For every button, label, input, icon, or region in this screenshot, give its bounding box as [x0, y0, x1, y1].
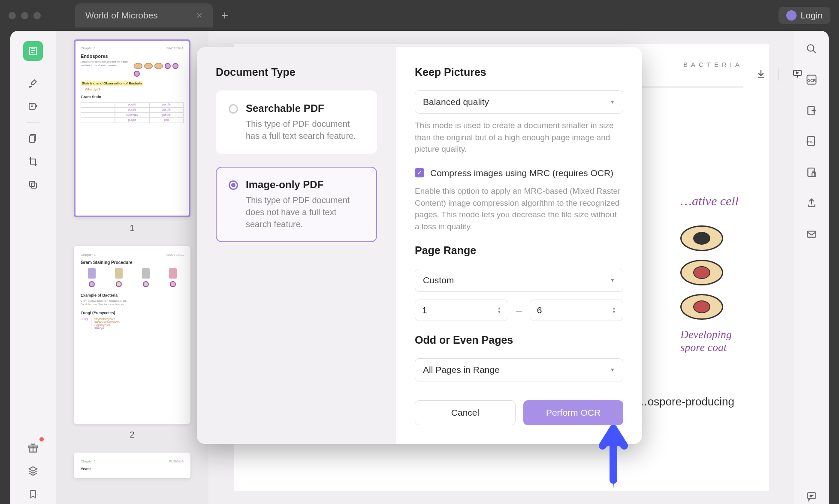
chevron-down-icon: ▼ [610, 277, 615, 283]
range-to-input[interactable]: 6 ▲ ▼ [530, 300, 623, 321]
range-from-input[interactable]: 1 ▲ ▼ [415, 300, 508, 321]
range-type-select[interactable]: Custom ▼ [415, 269, 623, 292]
chevron-down-icon: ▼ [610, 367, 615, 373]
checkbox-label: Compress images using MRC (requires OCR) [430, 167, 613, 179]
select-value: Balanced quality [423, 97, 489, 107]
spinner-value: 6 [537, 305, 542, 315]
odd-even-heading: Odd or Even Pages [415, 334, 623, 346]
instruction-arrow-icon [592, 424, 635, 493]
page-range-inputs: 1 ▲ ▼ – 6 ▲ ▼ [415, 300, 623, 321]
range-separator: – [516, 304, 522, 316]
document-type-heading: Document Type [216, 66, 377, 78]
modal-overlay: Document Type Searchable PDF This type o… [0, 0, 839, 504]
mrc-description: Enable this option to apply an MRC-based… [415, 185, 623, 232]
option-title: Searchable PDF [246, 102, 364, 114]
radio-icon [229, 180, 238, 190]
chevron-down-icon: ▼ [610, 99, 615, 105]
ocr-settings-dialog: Document Type Searchable PDF This type o… [197, 47, 642, 444]
quality-select[interactable]: Balanced quality ▼ [415, 90, 623, 114]
odd-even-select[interactable]: All Pages in Range ▼ [415, 358, 623, 381]
searchable-pdf-option[interactable]: Searchable PDF This type of PDF document… [216, 90, 377, 154]
option-description: This type of PDF document has a full tex… [246, 118, 364, 142]
quality-description: This mode is used to create a document s… [415, 120, 623, 155]
decrement-icon[interactable]: ▼ [497, 310, 501, 314]
radio-icon [229, 104, 238, 114]
select-value: All Pages in Range [423, 365, 500, 375]
modal-button-row: Cancel Perform OCR [415, 400, 623, 425]
option-description: This type of PDF document does not have … [246, 194, 364, 230]
keep-pictures-heading: Keep Pictures [415, 66, 623, 78]
decrement-icon[interactable]: ▼ [612, 310, 616, 314]
option-title: Image-only PDF [246, 179, 364, 191]
cancel-button[interactable]: Cancel [415, 400, 516, 425]
checkbox-icon: ✓ [415, 168, 424, 177]
perform-ocr-button[interactable]: Perform OCR [523, 400, 623, 425]
image-only-pdf-option[interactable]: Image-only PDF This type of PDF document… [216, 167, 377, 242]
page-range-heading: Page Range [415, 244, 623, 257]
spinner-value: 1 [422, 305, 427, 315]
select-value: Custom [423, 275, 454, 285]
modal-left-panel: Document Type Searchable PDF This type o… [197, 47, 396, 444]
mrc-compression-checkbox[interactable]: ✓ Compress images using MRC (requires OC… [415, 167, 623, 179]
modal-right-panel: Keep Pictures Balanced quality ▼ This mo… [396, 47, 642, 444]
